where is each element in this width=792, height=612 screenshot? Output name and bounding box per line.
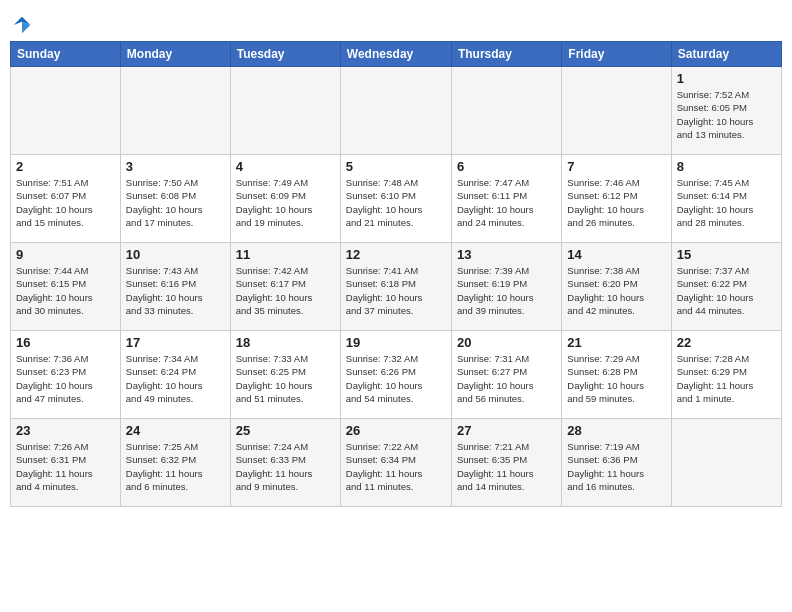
calendar-day-cell: 19Sunrise: 7:32 AM Sunset: 6:26 PM Dayli… [340,331,451,419]
day-info: Sunrise: 7:39 AM Sunset: 6:19 PM Dayligh… [457,264,556,317]
calendar-day-cell: 7Sunrise: 7:46 AM Sunset: 6:12 PM Daylig… [562,155,671,243]
day-info: Sunrise: 7:41 AM Sunset: 6:18 PM Dayligh… [346,264,446,317]
day-number: 17 [126,335,225,350]
calendar-day-cell: 13Sunrise: 7:39 AM Sunset: 6:19 PM Dayli… [451,243,561,331]
day-number: 2 [16,159,115,174]
calendar-day-cell [451,67,561,155]
calendar-day-cell: 4Sunrise: 7:49 AM Sunset: 6:09 PM Daylig… [230,155,340,243]
day-info: Sunrise: 7:50 AM Sunset: 6:08 PM Dayligh… [126,176,225,229]
day-info: Sunrise: 7:38 AM Sunset: 6:20 PM Dayligh… [567,264,665,317]
day-info: Sunrise: 7:25 AM Sunset: 6:32 PM Dayligh… [126,440,225,493]
day-number: 15 [677,247,776,262]
day-info: Sunrise: 7:33 AM Sunset: 6:25 PM Dayligh… [236,352,335,405]
calendar-day-cell: 17Sunrise: 7:34 AM Sunset: 6:24 PM Dayli… [120,331,230,419]
calendar-day-cell: 12Sunrise: 7:41 AM Sunset: 6:18 PM Dayli… [340,243,451,331]
calendar-day-cell: 2Sunrise: 7:51 AM Sunset: 6:07 PM Daylig… [11,155,121,243]
day-info: Sunrise: 7:21 AM Sunset: 6:35 PM Dayligh… [457,440,556,493]
calendar-day-cell: 6Sunrise: 7:47 AM Sunset: 6:11 PM Daylig… [451,155,561,243]
calendar-day-cell: 18Sunrise: 7:33 AM Sunset: 6:25 PM Dayli… [230,331,340,419]
day-info: Sunrise: 7:45 AM Sunset: 6:14 PM Dayligh… [677,176,776,229]
day-info: Sunrise: 7:37 AM Sunset: 6:22 PM Dayligh… [677,264,776,317]
calendar-day-cell: 22Sunrise: 7:28 AM Sunset: 6:29 PM Dayli… [671,331,781,419]
calendar-day-cell: 15Sunrise: 7:37 AM Sunset: 6:22 PM Dayli… [671,243,781,331]
calendar-day-cell: 1Sunrise: 7:52 AM Sunset: 6:05 PM Daylig… [671,67,781,155]
calendar-week-row: 9Sunrise: 7:44 AM Sunset: 6:15 PM Daylig… [11,243,782,331]
header [10,10,782,35]
calendar-day-cell [230,67,340,155]
day-info: Sunrise: 7:32 AM Sunset: 6:26 PM Dayligh… [346,352,446,405]
logo-icon [12,15,32,35]
weekday-header-cell: Monday [120,42,230,67]
day-info: Sunrise: 7:51 AM Sunset: 6:07 PM Dayligh… [16,176,115,229]
day-number: 28 [567,423,665,438]
day-number: 7 [567,159,665,174]
day-info: Sunrise: 7:42 AM Sunset: 6:17 PM Dayligh… [236,264,335,317]
calendar-day-cell: 23Sunrise: 7:26 AM Sunset: 6:31 PM Dayli… [11,419,121,507]
day-number: 25 [236,423,335,438]
day-number: 21 [567,335,665,350]
calendar-week-row: 16Sunrise: 7:36 AM Sunset: 6:23 PM Dayli… [11,331,782,419]
day-info: Sunrise: 7:34 AM Sunset: 6:24 PM Dayligh… [126,352,225,405]
calendar-day-cell [340,67,451,155]
day-info: Sunrise: 7:19 AM Sunset: 6:36 PM Dayligh… [567,440,665,493]
calendar-day-cell [11,67,121,155]
calendar-day-cell: 27Sunrise: 7:21 AM Sunset: 6:35 PM Dayli… [451,419,561,507]
calendar-day-cell: 3Sunrise: 7:50 AM Sunset: 6:08 PM Daylig… [120,155,230,243]
calendar-day-cell [562,67,671,155]
day-info: Sunrise: 7:29 AM Sunset: 6:28 PM Dayligh… [567,352,665,405]
day-number: 8 [677,159,776,174]
day-number: 27 [457,423,556,438]
calendar-day-cell: 20Sunrise: 7:31 AM Sunset: 6:27 PM Dayli… [451,331,561,419]
day-info: Sunrise: 7:48 AM Sunset: 6:10 PM Dayligh… [346,176,446,229]
day-number: 16 [16,335,115,350]
calendar-day-cell: 10Sunrise: 7:43 AM Sunset: 6:16 PM Dayli… [120,243,230,331]
day-info: Sunrise: 7:31 AM Sunset: 6:27 PM Dayligh… [457,352,556,405]
calendar-day-cell: 8Sunrise: 7:45 AM Sunset: 6:14 PM Daylig… [671,155,781,243]
day-number: 3 [126,159,225,174]
calendar-day-cell: 26Sunrise: 7:22 AM Sunset: 6:34 PM Dayli… [340,419,451,507]
weekday-header-cell: Friday [562,42,671,67]
weekday-header-cell: Tuesday [230,42,340,67]
calendar-day-cell: 24Sunrise: 7:25 AM Sunset: 6:32 PM Dayli… [120,419,230,507]
day-info: Sunrise: 7:47 AM Sunset: 6:11 PM Dayligh… [457,176,556,229]
calendar-day-cell [120,67,230,155]
logo [10,14,32,35]
calendar-day-cell: 16Sunrise: 7:36 AM Sunset: 6:23 PM Dayli… [11,331,121,419]
weekday-header-cell: Wednesday [340,42,451,67]
calendar-week-row: 2Sunrise: 7:51 AM Sunset: 6:07 PM Daylig… [11,155,782,243]
day-info: Sunrise: 7:49 AM Sunset: 6:09 PM Dayligh… [236,176,335,229]
day-number: 6 [457,159,556,174]
calendar-day-cell: 11Sunrise: 7:42 AM Sunset: 6:17 PM Dayli… [230,243,340,331]
day-number: 1 [677,71,776,86]
weekday-header-cell: Sunday [11,42,121,67]
calendar-day-cell: 25Sunrise: 7:24 AM Sunset: 6:33 PM Dayli… [230,419,340,507]
day-info: Sunrise: 7:26 AM Sunset: 6:31 PM Dayligh… [16,440,115,493]
calendar-body: 1Sunrise: 7:52 AM Sunset: 6:05 PM Daylig… [11,67,782,507]
calendar-day-cell: 28Sunrise: 7:19 AM Sunset: 6:36 PM Dayli… [562,419,671,507]
day-info: Sunrise: 7:52 AM Sunset: 6:05 PM Dayligh… [677,88,776,141]
day-number: 4 [236,159,335,174]
day-number: 14 [567,247,665,262]
day-number: 12 [346,247,446,262]
day-number: 26 [346,423,446,438]
day-info: Sunrise: 7:46 AM Sunset: 6:12 PM Dayligh… [567,176,665,229]
weekday-header-row: SundayMondayTuesdayWednesdayThursdayFrid… [11,42,782,67]
day-info: Sunrise: 7:24 AM Sunset: 6:33 PM Dayligh… [236,440,335,493]
calendar-week-row: 23Sunrise: 7:26 AM Sunset: 6:31 PM Dayli… [11,419,782,507]
day-info: Sunrise: 7:43 AM Sunset: 6:16 PM Dayligh… [126,264,225,317]
day-info: Sunrise: 7:36 AM Sunset: 6:23 PM Dayligh… [16,352,115,405]
day-number: 22 [677,335,776,350]
weekday-header-cell: Thursday [451,42,561,67]
calendar-day-cell: 9Sunrise: 7:44 AM Sunset: 6:15 PM Daylig… [11,243,121,331]
day-number: 19 [346,335,446,350]
day-number: 13 [457,247,556,262]
day-number: 5 [346,159,446,174]
day-info: Sunrise: 7:22 AM Sunset: 6:34 PM Dayligh… [346,440,446,493]
calendar-day-cell: 5Sunrise: 7:48 AM Sunset: 6:10 PM Daylig… [340,155,451,243]
calendar-table: SundayMondayTuesdayWednesdayThursdayFrid… [10,41,782,507]
calendar-day-cell [671,419,781,507]
day-info: Sunrise: 7:28 AM Sunset: 6:29 PM Dayligh… [677,352,776,405]
day-number: 23 [16,423,115,438]
calendar-day-cell: 14Sunrise: 7:38 AM Sunset: 6:20 PM Dayli… [562,243,671,331]
day-number: 9 [16,247,115,262]
